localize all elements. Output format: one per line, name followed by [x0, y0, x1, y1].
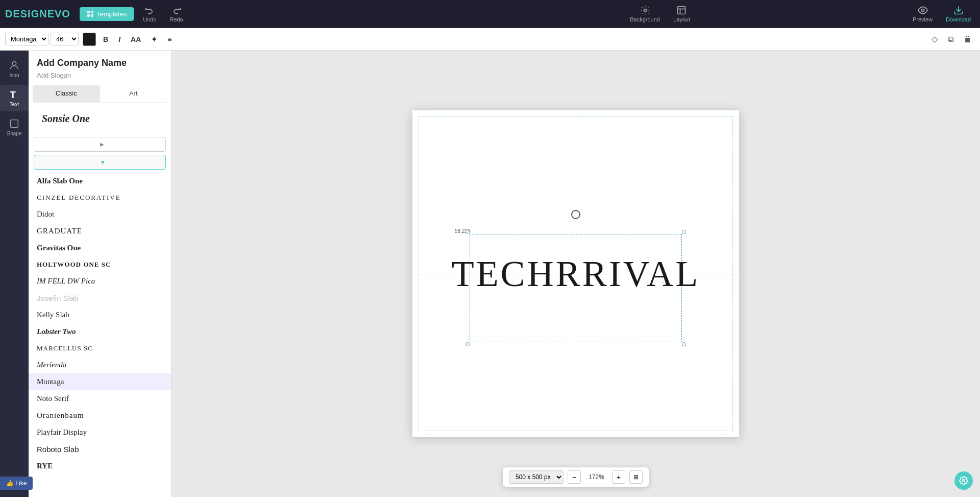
logo: DESIGNEVO — [5, 8, 70, 20]
spacing-button[interactable]: ≡ — [164, 34, 175, 45]
handle-bottom-right[interactable] — [682, 342, 686, 346]
font-item-didot[interactable]: Didot — [29, 206, 171, 223]
tab-row: Classic Art — [33, 85, 167, 103]
font-size-select[interactable]: 46 — [51, 33, 79, 45]
chevron-right-icon: ▶ — [100, 141, 161, 147]
layout-button[interactable]: Layout — [669, 3, 694, 25]
traditional-serif-filter[interactable]: Traditional (Serif) ▼ — [34, 155, 166, 170]
templates-icon — [87, 10, 94, 17]
sidebar-item-shape[interactable]: Shape — [0, 114, 29, 140]
font-item-alfa-slab-one[interactable]: Alfa Slab One — [29, 173, 171, 190]
svg-rect-3 — [91, 14, 93, 17]
templates-button[interactable]: Templates — [80, 7, 134, 21]
font-item-playfair-display[interactable]: Playfair Display — [29, 424, 171, 441]
canvas-area: 98,220 TECHRRIVAL 500 x 500 p — [172, 51, 980, 497]
svg-point-13 — [963, 480, 965, 482]
settings-corner-button[interactable] — [954, 471, 973, 490]
background-label: Background — [630, 16, 660, 22]
preview-icon — [918, 5, 928, 15]
font-selector-group: Montaga 46 — [5, 33, 79, 45]
toolbar: Montaga 46 B I AA ✦ ≡ ◇ ⧉ 🗑 — [0, 28, 980, 51]
bottom-controls: 500 x 500 px − 172% + ⊞ — [503, 467, 649, 487]
font-item-gravitas-one[interactable]: Gravitas One — [29, 240, 171, 256]
font-list: Alfa Slab One CINZEL DECORATIVE Didot GR… — [29, 171, 171, 497]
mask-button[interactable]: ◇ — [928, 33, 941, 45]
icon-sidebar: Icon T Text Shape — [0, 51, 29, 497]
panel-slogan: Add Slogan — [29, 72, 171, 85]
zoom-in-button[interactable]: + — [612, 470, 625, 484]
chevron-down-icon: ▼ — [100, 159, 161, 166]
icon-panel-icon — [9, 60, 20, 71]
font-item-noto-serif[interactable]: Noto Serif — [29, 390, 171, 407]
text-panel-icon: T — [9, 89, 20, 100]
preview-button[interactable]: Preview — [909, 3, 937, 25]
featured-font-container: Sonsie One — [29, 103, 171, 132]
font-item-roboto-slab[interactable]: Roboto Slab — [29, 441, 171, 458]
sidebar-item-icon[interactable]: Icon — [0, 56, 29, 82]
preview-label: Preview — [913, 16, 933, 22]
copy-button[interactable]: ⧉ — [945, 33, 957, 45]
svg-point-8 — [921, 9, 924, 12]
bold-button[interactable]: B — [100, 34, 111, 45]
handle-bottom-left[interactable] — [465, 342, 470, 346]
redo-label: Redo — [169, 16, 183, 22]
svg-rect-5 — [678, 7, 685, 14]
background-button[interactable]: Background — [626, 3, 664, 25]
sidebar-shape-label: Shape — [7, 131, 22, 136]
font-item-kelly-slab[interactable]: Kelly Slab — [29, 306, 171, 323]
aa-button[interactable]: AA — [128, 34, 144, 45]
traditional-serif-label: Traditional (Serif) — [39, 158, 100, 166]
redo-icon — [172, 5, 182, 15]
italic-button[interactable]: I — [115, 34, 124, 45]
handle-top-right[interactable] — [682, 230, 686, 234]
download-label: Download — [946, 16, 971, 22]
layout-icon — [676, 5, 687, 15]
sidebar-icon-label: Icon — [10, 73, 19, 78]
shape-panel-icon — [9, 118, 20, 129]
handle-top-left[interactable] — [465, 230, 470, 234]
main-canvas-text[interactable]: TECHRRIVAL — [452, 253, 700, 295]
canvas-size-select[interactable]: 500 x 500 px — [509, 470, 564, 484]
undo-label: Undo — [143, 16, 156, 22]
tab-art[interactable]: Art — [100, 85, 167, 102]
svg-point-4 — [644, 9, 646, 12]
modern-sans-filter[interactable]: Modern (Sans) ▶ — [34, 137, 166, 152]
panel-title: Add Company Name — [29, 51, 171, 72]
settings-icon — [959, 476, 968, 485]
font-name-select[interactable]: Montaga — [5, 33, 48, 45]
zoom-out-button[interactable]: − — [568, 470, 581, 484]
delete-button[interactable]: 🗑 — [961, 33, 975, 45]
undo-button[interactable]: Undo — [139, 3, 160, 25]
font-item-marcellus-sc[interactable]: Marcellus SC — [29, 340, 171, 357]
font-item-holtwood-one-sc[interactable]: HOLTWOOD ONE SC — [29, 256, 171, 273]
featured-font-item[interactable]: Sonsie One — [34, 108, 166, 130]
canvas-wrapper[interactable]: 98,220 TECHRRIVAL — [412, 110, 739, 437]
svg-rect-1 — [91, 11, 93, 13]
font-item-montaga[interactable]: Montaga — [29, 373, 171, 390]
color-swatch[interactable] — [83, 33, 96, 46]
download-button[interactable]: Download — [942, 3, 975, 25]
sidebar-item-text[interactable]: T Text — [0, 85, 29, 111]
font-item-lobster-two[interactable]: Lobster Two — [29, 323, 171, 340]
font-item-rye[interactable]: Rye — [29, 458, 171, 475]
redo-button[interactable]: Redo — [165, 3, 187, 25]
font-item-merienda[interactable]: Merienda — [29, 357, 171, 373]
font-item-cinzel-decorative[interactable]: CINZEL DECORATIVE — [29, 190, 171, 206]
tab-classic[interactable]: Classic — [33, 85, 100, 102]
layout-label: Layout — [673, 16, 690, 22]
font-item-graduate[interactable]: GRADUATE — [29, 223, 171, 240]
fx-button[interactable]: ✦ — [148, 34, 160, 45]
svg-point-10 — [12, 62, 16, 65]
like-button[interactable]: 👍 Like — [0, 477, 33, 490]
top-navigation: DESIGNEVO Templates Undo Redo Background… — [0, 0, 980, 28]
font-item-oranienbaum[interactable]: Oranienbaum — [29, 407, 171, 424]
svg-rect-0 — [87, 11, 90, 13]
grid-button[interactable]: ⊞ — [629, 470, 643, 484]
font-item-josefin-slab[interactable]: Josefin Slab — [29, 290, 171, 306]
rotate-handle[interactable] — [571, 210, 580, 219]
modern-sans-label: Modern (Sans) — [39, 140, 100, 148]
font-panel: Add Company Name Add Slogan Classic Art … — [29, 51, 172, 497]
font-item-im-fell-dw-pica[interactable]: IM FELL DW Pica — [29, 273, 171, 290]
logo-evo: EVO — [47, 8, 70, 19]
background-icon — [640, 5, 650, 15]
